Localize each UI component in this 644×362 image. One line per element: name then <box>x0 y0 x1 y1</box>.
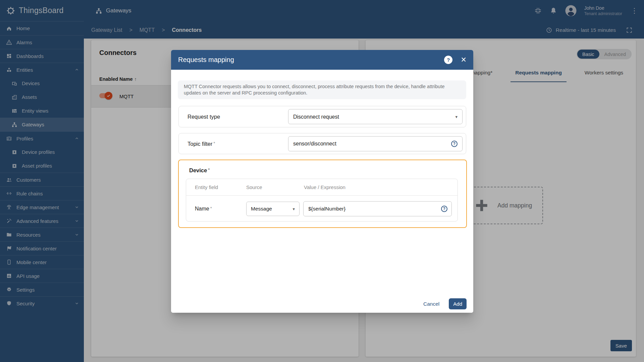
add-button[interactable]: Add <box>449 298 467 309</box>
topic-filter-input[interactable] <box>293 141 448 147</box>
column-source: Source <box>246 184 304 190</box>
value-expression-input[interactable] <box>308 206 438 212</box>
dialog-close-icon[interactable]: × <box>461 55 466 64</box>
device-section: Device* Entity field Source Value / Expr… <box>178 160 467 228</box>
dialog-description: MQTT Connector requests allows you to co… <box>178 80 466 99</box>
dialog-actions: Cancel Add <box>423 298 467 309</box>
required-mark: * <box>210 206 212 211</box>
topic-filter-section: Topic filter* ? <box>178 133 466 154</box>
topic-filter-field: ? <box>288 136 463 151</box>
chevron-down-icon: ▾ <box>455 114 458 119</box>
dialog-title: Requests mapping <box>178 56 234 64</box>
topic-filter-help-icon[interactable]: ? <box>451 140 458 147</box>
value-expression-field: ? <box>303 201 452 216</box>
chevron-down-icon: ▾ <box>292 206 295 211</box>
source-select[interactable]: Message ▾ <box>246 201 300 216</box>
column-entity-field: Entity field <box>195 184 246 190</box>
dialog-help-icon[interactable]: ? <box>444 56 452 64</box>
device-table: Entity field Source Value / Expression N… <box>186 179 458 222</box>
required-mark: * <box>213 140 215 145</box>
dialog-header: Requests mapping ? × <box>171 50 473 70</box>
device-section-label: Device <box>189 167 207 173</box>
source-value: Message <box>251 206 272 212</box>
dialog-body: MQTT Connector requests allows you to co… <box>171 70 473 313</box>
request-type-select[interactable]: Disconnect request ▾ <box>288 109 463 124</box>
entity-field-name: Name <box>195 206 209 212</box>
device-table-header: Entity field Source Value / Expression <box>186 179 458 196</box>
topic-filter-label: Topic filter <box>187 140 212 146</box>
column-value-expression: Value / Expression <box>304 184 345 190</box>
device-table-row: Name* Message ▾ ? <box>186 196 458 222</box>
required-mark: * <box>208 167 210 172</box>
value-expression-help-icon[interactable]: ? <box>441 205 447 212</box>
cancel-button[interactable]: Cancel <box>423 301 439 307</box>
thingsboard-app: Gateways John Doe Tenant administrator ⋮… <box>0 0 644 362</box>
request-type-value: Disconnect request <box>293 114 339 120</box>
requests-mapping-dialog: Requests mapping ? × MQTT Connector requ… <box>171 50 473 313</box>
request-type-section: Request type Disconnect request ▾ <box>178 106 466 127</box>
request-type-label: Request type <box>187 114 220 120</box>
